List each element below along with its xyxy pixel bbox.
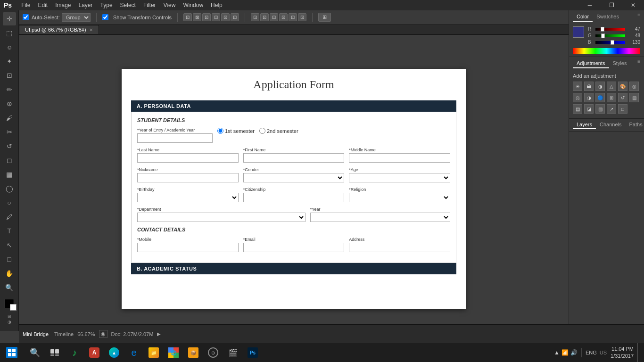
menu-type[interactable]: Type: [100, 2, 113, 8]
taskbar-spotify[interactable]: ♪: [65, 343, 84, 362]
auto-select-checkbox[interactable]: [23, 14, 29, 20]
gender-select[interactable]: [243, 173, 345, 182]
magic-wand-tool[interactable]: ✦: [3, 55, 16, 68]
align-left[interactable]: ⊡: [183, 13, 192, 21]
tab-color[interactable]: Color: [573, 12, 593, 22]
menu-file[interactable]: File: [21, 2, 30, 8]
close-button[interactable]: ✕: [622, 0, 644, 10]
menu-view[interactable]: View: [164, 2, 176, 8]
text-tool[interactable]: T: [3, 224, 16, 238]
restore-button[interactable]: ❐: [601, 0, 622, 10]
path-select-tool[interactable]: ↖: [3, 239, 16, 252]
department-select[interactable]: [137, 213, 305, 222]
religion-select[interactable]: [349, 193, 450, 202]
document-tab[interactable]: UI.psd @ 66.7% (RGB/8#) ✕: [19, 25, 99, 34]
adj-photofilter[interactable]: 🔵: [595, 93, 605, 102]
tab-layers[interactable]: Layers: [573, 121, 596, 129]
tab-paths[interactable]: Paths: [626, 121, 644, 129]
adj-colorbalance[interactable]: ⚖: [573, 93, 582, 102]
taskbar-explorer[interactable]: 📁: [144, 343, 163, 362]
taskbar-app1[interactable]: A: [85, 343, 104, 362]
menu-filter[interactable]: Filter: [143, 2, 156, 8]
firstname-input[interactable]: [243, 153, 345, 163]
distribute-2[interactable]: ⊡: [260, 13, 269, 21]
adj-colorlookup[interactable]: ↺: [618, 93, 627, 102]
background-color[interactable]: [10, 304, 17, 311]
nickname-input[interactable]: [137, 173, 239, 182]
tab-channels[interactable]: Channels: [596, 121, 625, 129]
menu-select[interactable]: Select: [120, 2, 136, 8]
taskbar-app3[interactable]: 📦: [184, 343, 203, 362]
tray-show-hidden[interactable]: ▲: [554, 349, 560, 356]
distribute-6[interactable]: ⊡: [298, 13, 306, 21]
dodge-tool[interactable]: ○: [3, 196, 16, 209]
taskbar-edge[interactable]: e: [124, 343, 143, 362]
adj-blackwhite[interactable]: ◑: [584, 93, 594, 102]
email-input[interactable]: [243, 243, 345, 252]
adj-threshold[interactable]: ◪: [584, 104, 594, 114]
taskbar-app4[interactable]: ⊙: [204, 343, 223, 362]
menu-window[interactable]: Window: [183, 2, 203, 8]
select-tool[interactable]: ⬚: [3, 26, 16, 40]
align-middle[interactable]: ⊡: [221, 13, 230, 21]
status-arrow[interactable]: ▶: [157, 331, 161, 337]
menu-help[interactable]: Help: [211, 2, 223, 8]
adj-levels[interactable]: 🏔: [584, 82, 594, 91]
color-preview[interactable]: [573, 26, 584, 38]
middlename-input[interactable]: [349, 153, 450, 163]
align-top[interactable]: ⊡: [212, 13, 220, 21]
align-center[interactable]: ⊠: [193, 13, 201, 21]
adj-posterize[interactable]: ▤: [573, 104, 582, 114]
clock[interactable]: 11:04 PM 1/31/2017: [611, 346, 634, 360]
adj-hue[interactable]: ◎: [629, 82, 639, 91]
tab-close-button[interactable]: ✕: [89, 27, 93, 33]
taskbar-chrome[interactable]: 🌐: [164, 343, 183, 362]
eyedropper-tool[interactable]: ✏: [3, 83, 16, 96]
distribute-3[interactable]: ⊡: [270, 13, 278, 21]
history-tool[interactable]: ↺: [3, 140, 16, 153]
timeline-tab[interactable]: Timeline: [54, 331, 74, 337]
taskbar-task-view[interactable]: [45, 343, 64, 362]
foreground-color[interactable]: [5, 299, 14, 308]
tab-adjustments[interactable]: Adjustments: [573, 59, 609, 68]
g-slider-thumb[interactable]: [601, 33, 605, 38]
menu-edit[interactable]: Edit: [38, 2, 48, 8]
second-semester-radio[interactable]: [259, 128, 265, 134]
color-panel-menu[interactable]: ≡: [637, 12, 640, 22]
adj-channelmixer[interactable]: ⊞: [607, 93, 616, 102]
tab-swatches[interactable]: Swatches: [593, 12, 623, 22]
group-select[interactable]: Group: [62, 13, 91, 22]
tab-styles[interactable]: Styles: [609, 59, 631, 68]
arrange-button[interactable]: ⊞: [318, 13, 331, 22]
crop-tool[interactable]: ⊡: [3, 69, 16, 82]
blur-tool[interactable]: ◯: [3, 182, 16, 195]
distribute-1[interactable]: ⊡: [251, 13, 259, 21]
distribute-4[interactable]: ⊡: [279, 13, 288, 21]
taskbar-app2[interactable]: ▲: [105, 343, 124, 362]
adj-exposure[interactable]: △: [607, 82, 616, 91]
birthday-select[interactable]: [137, 193, 239, 202]
transform-checkbox[interactable]: [102, 14, 108, 20]
align-bottom[interactable]: ⊡: [231, 13, 239, 21]
b-slider-thumb[interactable]: [611, 40, 614, 45]
tray-network[interactable]: 📶: [561, 349, 569, 356]
lastname-input[interactable]: [137, 153, 239, 163]
brush-tool[interactable]: 🖌: [3, 111, 16, 124]
lasso-tool[interactable]: ⌾: [3, 41, 16, 54]
adj-invert[interactable]: ▧: [629, 93, 639, 102]
eraser-tool[interactable]: ◻: [3, 154, 16, 167]
minimize-button[interactable]: ─: [579, 0, 601, 10]
taskbar-media[interactable]: 🎬: [223, 343, 242, 362]
r-slider-thumb[interactable]: [601, 27, 604, 32]
age-select[interactable]: [349, 173, 450, 182]
hand-tool[interactable]: ✋: [3, 267, 16, 280]
menu-layer[interactable]: Layer: [79, 2, 93, 8]
taskbar-search[interactable]: 🔍: [25, 343, 44, 362]
adj-curves[interactable]: ◑: [595, 82, 605, 91]
gradient-tool[interactable]: ▦: [3, 168, 16, 181]
start-button[interactable]: [0, 343, 24, 362]
shape-tool[interactable]: □: [3, 253, 16, 266]
move-tool[interactable]: ✛: [3, 12, 16, 25]
zoom-tool[interactable]: 🔍: [3, 281, 16, 294]
address-input[interactable]: [349, 243, 450, 252]
